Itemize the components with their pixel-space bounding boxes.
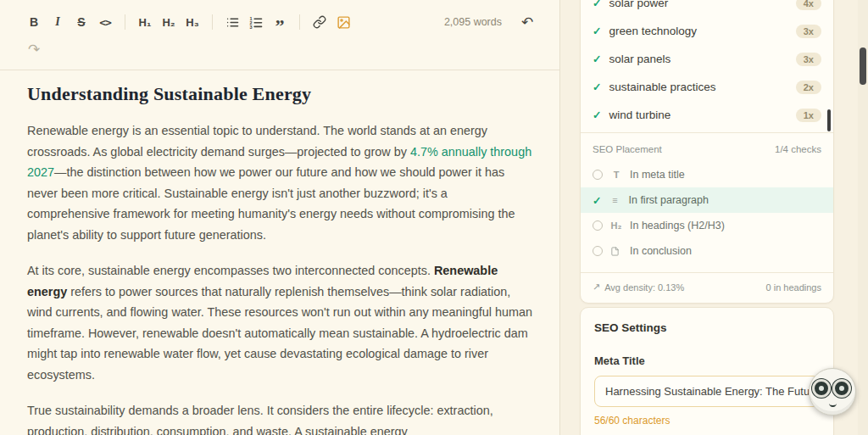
unchecked-circle-icon [593, 246, 603, 256]
headings-type-icon: H₂ [610, 220, 622, 231]
keyword-panel: ✓ solar power 4x ✓ green technology 3x ✓… [580, 0, 834, 304]
keyword-label: solar panels [609, 53, 670, 65]
word-count: 2,095 words [444, 16, 502, 28]
mascot-left-eye [812, 379, 831, 398]
page-scrollbar[interactable] [858, 0, 868, 435]
page-scrollbar-thumb[interactable] [860, 47, 866, 85]
keyword-label: wind turbine [609, 109, 670, 121]
undo-button[interactable]: ↶ [515, 10, 539, 34]
mascot-right-eye [832, 379, 851, 398]
meta-title-input[interactable] [594, 376, 820, 407]
placement-label: In meta title [630, 169, 685, 181]
toolbar-separator [299, 14, 300, 30]
paragraph-2: At its core, sustainable energy encompas… [27, 260, 533, 385]
bullet-list-icon [225, 15, 240, 30]
paragraph-text: —the distinction between how we power ou… [27, 165, 515, 242]
seo-placement-footer: ↗ Avg density: 0.13% 0 in headings [581, 272, 833, 303]
keyword-count-badge: 1x [796, 109, 821, 122]
seo-settings-title: SEO Settings [594, 321, 820, 334]
keyword-label: green technology [609, 25, 697, 37]
ordered-list-icon: 1 2 3 [249, 15, 264, 30]
headings-stat: 0 in headings [766, 282, 821, 293]
paragraph-text: At its core, sustainable energy encompas… [27, 264, 434, 277]
toolbar-separator [125, 14, 125, 30]
placement-row-headings[interactable]: H₂ In headings (H2/H3) [581, 213, 833, 238]
paragraph-type-icon: ≡ [609, 195, 620, 205]
placement-label: In headings (H2/H3) [630, 220, 725, 231]
paragraph-text: refers to power sources that naturally r… [27, 285, 532, 382]
keyword-label: sustainable practices [609, 81, 715, 93]
strikethrough-button[interactable]: S [70, 10, 93, 34]
unchecked-circle-icon [593, 220, 603, 231]
heading1-button[interactable]: H₁ [133, 10, 157, 34]
ordered-list-button[interactable]: 1 2 3 [244, 10, 268, 34]
seo-placement-progress: 1/4 checks [775, 144, 821, 154]
keyword-row[interactable]: ✓ solar panels 3x [581, 45, 833, 73]
seo-placement-title: SEO Placement [593, 144, 662, 154]
placement-label: In first paragraph [628, 194, 709, 206]
document-icon [610, 247, 622, 256]
placement-row-meta-title[interactable]: T In meta title [581, 162, 833, 187]
check-icon: ✓ [593, 0, 601, 9]
paragraph-3: True sustainability demands a broader le… [27, 400, 533, 435]
bold-button[interactable]: B [22, 10, 46, 34]
placement-row-conclusion[interactable]: In conclusion [581, 238, 833, 264]
meta-title-type-icon: T [610, 170, 622, 180]
meta-title-label: Meta Title [594, 354, 820, 367]
link-icon [313, 15, 326, 29]
check-icon: ✓ [593, 109, 601, 121]
keyword-list-scrollbar[interactable] [827, 109, 831, 131]
toolbar-row-1: B I S <> H₁ H₂ H₃ [22, 10, 539, 34]
paragraph-1: Renewable energy is an essential topic t… [27, 120, 533, 245]
assistant-mascot[interactable] [809, 368, 856, 415]
toolbar-separator [212, 14, 213, 30]
seo-settings-panel: SEO Settings Meta Title 56/60 characters [580, 307, 834, 435]
toolbar-row-2: ↷ [22, 37, 539, 64]
check-icon: ✓ [593, 25, 601, 37]
bullet-list-button[interactable] [220, 10, 244, 34]
keyword-row[interactable]: ✓ wind turbine 1x [581, 101, 833, 129]
avg-density-stat: Avg density: 0.13% [604, 282, 684, 293]
insert-image-button[interactable] [331, 10, 355, 34]
keyword-count-badge: 4x [796, 0, 821, 10]
image-icon [337, 15, 351, 30]
italic-button[interactable]: I [46, 10, 70, 34]
keyword-count-badge: 3x [796, 25, 821, 38]
blockquote-button[interactable]: ” [268, 10, 292, 34]
code-button[interactable]: <> [93, 10, 117, 34]
placement-label: In conclusion [630, 245, 692, 257]
keyword-count-badge: 3x [796, 53, 821, 66]
editor-toolbar: B I S <> H₁ H₂ H₃ [0, 0, 559, 70]
character-counter: 56/60 characters [594, 415, 820, 427]
link-button[interactable] [308, 10, 331, 34]
keyword-row[interactable]: ✓ green technology 3x [581, 17, 833, 45]
keyword-label: solar power [609, 0, 668, 9]
check-icon: ✓ [593, 194, 601, 207]
svg-text:3: 3 [249, 24, 252, 29]
editor-pane: B I S <> H₁ H₂ H₃ [0, 0, 560, 435]
document-canvas[interactable]: Understanding Sustainable Energy Renewab… [0, 83, 559, 435]
trend-icon: ↗ [593, 282, 600, 293]
placement-row-first-paragraph[interactable]: ✓ ≡ In first paragraph [581, 187, 833, 213]
keyword-row[interactable]: ✓ sustainable practices 2x [581, 73, 833, 101]
keyword-row[interactable]: ✓ solar power 4x [581, 0, 833, 17]
keyword-count-badge: 2x [796, 81, 821, 94]
document-title: Understanding Sustainable Energy [27, 83, 533, 105]
check-icon: ✓ [593, 81, 601, 93]
heading2-button[interactable]: H₂ [157, 10, 181, 34]
redo-button[interactable]: ↷ [22, 37, 46, 61]
check-icon: ✓ [593, 53, 601, 65]
seo-placement-header: SEO Placement 1/4 checks [581, 133, 833, 162]
unchecked-circle-icon [593, 170, 603, 180]
heading3-button[interactable]: H₃ [181, 10, 204, 34]
